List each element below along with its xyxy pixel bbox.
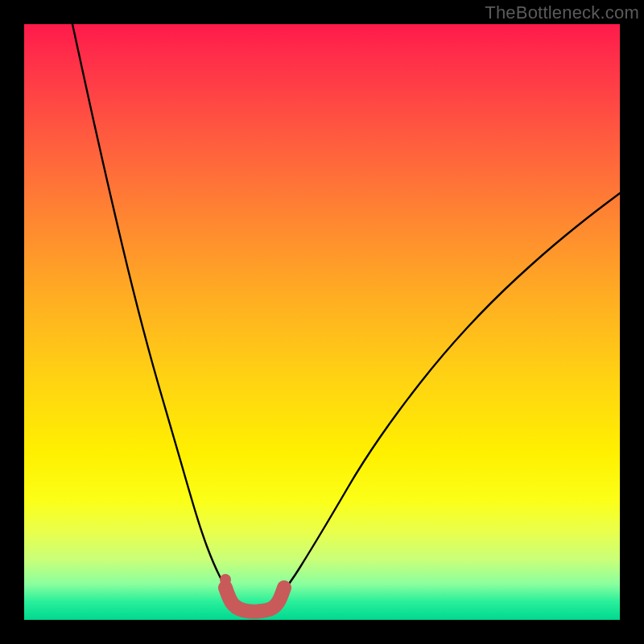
bottom-band xyxy=(225,588,284,612)
chart-frame xyxy=(24,24,620,620)
left-curve xyxy=(72,24,232,601)
chart-svg xyxy=(24,24,620,620)
watermark-text: TheBottleneck.com xyxy=(485,2,639,23)
left-dot-marker xyxy=(220,574,231,585)
right-curve xyxy=(274,193,620,602)
